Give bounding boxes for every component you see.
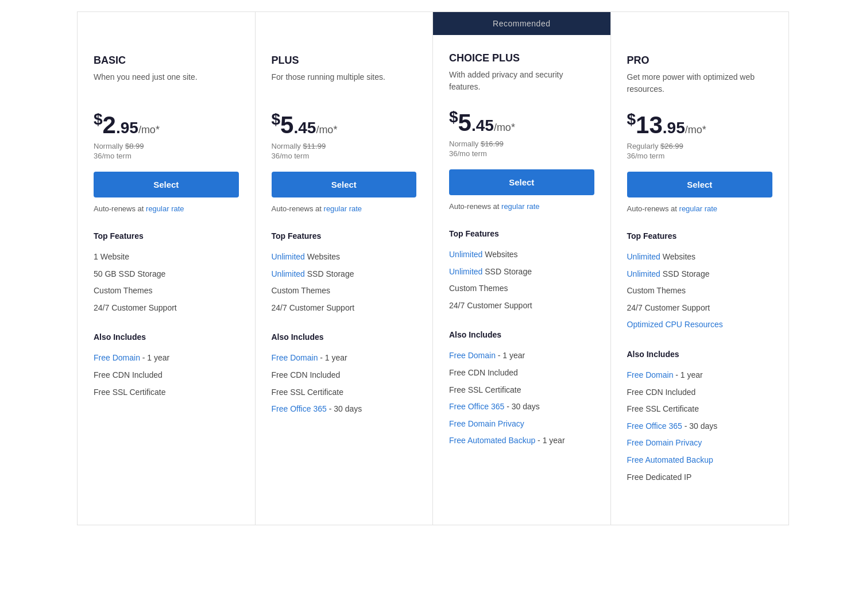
- also-includes-link[interactable]: Free Automated Backup: [627, 455, 713, 464]
- list-item: Free Automated Backup - 1 year: [449, 432, 594, 450]
- plan-term-choice-plus: 36/mo term: [449, 149, 594, 158]
- also-includes-link[interactable]: Free Domain: [94, 353, 140, 362]
- plan-col-pro: PROGet more power with optimized web res…: [611, 12, 789, 525]
- list-item: Free Domain - 1 year: [272, 350, 417, 367]
- plan-desc-pro: Get more power with optimized web resour…: [627, 71, 773, 100]
- top-features-list-pro: Unlimited WebsitesUnlimited SSD StorageC…: [627, 249, 773, 334]
- plan-name-pro: PRO: [627, 55, 773, 67]
- plan-desc-plus: For those running multiple sites.: [272, 71, 417, 100]
- select-button-pro[interactable]: Select: [627, 172, 773, 197]
- select-button-plus[interactable]: Select: [272, 172, 417, 197]
- list-item: Custom Themes: [94, 282, 239, 300]
- list-item: 50 GB SSD Storage: [94, 266, 239, 283]
- top-features-list-plus: Unlimited WebsitesUnlimited SSD StorageC…: [272, 249, 417, 316]
- regular-rate-link-plus[interactable]: regular rate: [324, 204, 362, 213]
- plan-term-pro: 36/mo term: [627, 152, 773, 160]
- feature-link[interactable]: Unlimited: [627, 252, 660, 261]
- top-features-title-plus: Top Features: [272, 231, 417, 241]
- also-includes-link[interactable]: Free Office 365: [627, 421, 682, 431]
- regular-rate-link-choice-plus[interactable]: regular rate: [501, 202, 539, 211]
- top-features-list-choice-plus: Unlimited WebsitesUnlimited SSD StorageC…: [449, 246, 594, 314]
- list-item: Free SSL Certificate: [94, 384, 239, 401]
- list-item: 24/7 Customer Support: [272, 300, 417, 317]
- list-item: Free Domain Privacy: [627, 435, 773, 452]
- list-item: Custom Themes: [272, 282, 417, 300]
- plan-name-basic: BASIC: [94, 55, 239, 67]
- also-includes-title-pro: Also Includes: [627, 350, 773, 359]
- feature-link[interactable]: Unlimited: [449, 267, 482, 276]
- plan-desc-basic: When you need just one site.: [94, 71, 239, 100]
- feature-link[interactable]: Unlimited: [272, 269, 305, 278]
- list-item: Custom Themes: [627, 282, 773, 300]
- plan-col-basic: BASICWhen you need just one site.$2.95/m…: [78, 12, 256, 525]
- list-item: Free Domain Privacy: [449, 416, 594, 433]
- regular-rate-link-pro[interactable]: regular rate: [679, 204, 717, 213]
- list-item: Free Office 365 - 30 days: [272, 401, 417, 418]
- auto-renew-pro: Auto-renews at regular rate: [627, 204, 773, 213]
- also-includes-list-basic: Free Domain - 1 yearFree CDN IncludedFre…: [94, 350, 239, 401]
- list-item: Unlimited Websites: [449, 246, 594, 264]
- plan-term-basic: 36/mo term: [94, 152, 239, 160]
- list-item: Free Office 365 - 30 days: [449, 398, 594, 416]
- select-button-choice-plus[interactable]: Select: [449, 169, 594, 195]
- list-item: 24/7 Customer Support: [94, 300, 239, 317]
- list-item: Free SSL Certificate: [449, 382, 594, 399]
- plan-desc-choice-plus: With added privacy and security features…: [449, 69, 594, 98]
- recommended-banner: Recommended: [433, 12, 610, 35]
- list-item: Free CDN Included: [449, 365, 594, 382]
- feature-link[interactable]: Unlimited: [272, 252, 305, 261]
- list-item: Unlimited SSD Storage: [627, 266, 773, 283]
- also-includes-link[interactable]: Free Domain: [627, 370, 674, 379]
- feature-link[interactable]: Unlimited: [449, 250, 482, 259]
- list-item: Free CDN Included: [272, 367, 417, 384]
- plan-term-plus: 36/mo term: [272, 152, 417, 160]
- list-item: Unlimited SSD Storage: [272, 266, 417, 283]
- auto-renew-basic: Auto-renews at regular rate: [94, 204, 239, 213]
- plan-price-basic: $2.95/mo*: [94, 111, 239, 137]
- plan-price-choice-plus: $5.45/mo*: [449, 109, 594, 135]
- feature-link[interactable]: Optimized CPU Resources: [627, 320, 723, 329]
- plan-normally-basic: Normally $8.99: [94, 142, 239, 150]
- top-features-title-pro: Top Features: [627, 231, 773, 241]
- auto-renew-plus: Auto-renews at regular rate: [272, 204, 417, 213]
- list-item: Custom Themes: [449, 280, 594, 297]
- plan-col-choice-plus: RecommendedCHOICE PLUSWith added privacy…: [433, 12, 611, 525]
- list-item: Free Domain - 1 year: [449, 347, 594, 365]
- top-features-title-basic: Top Features: [94, 231, 239, 241]
- plan-name-plus: PLUS: [272, 55, 417, 67]
- list-item: Free SSL Certificate: [272, 384, 417, 401]
- also-includes-list-pro: Free Domain - 1 yearFree CDN IncludedFre…: [627, 367, 773, 486]
- list-item: Free Domain - 1 year: [94, 350, 239, 367]
- plan-col-plus: PLUSFor those running multiple sites.$5.…: [256, 12, 434, 525]
- also-includes-link[interactable]: Free Office 365: [449, 402, 504, 411]
- list-item: Unlimited Websites: [272, 249, 417, 266]
- list-item: Free CDN Included: [94, 367, 239, 384]
- list-item: Free CDN Included: [627, 384, 773, 401]
- feature-link[interactable]: Unlimited: [627, 269, 660, 278]
- select-button-basic[interactable]: Select: [94, 172, 239, 197]
- also-includes-link[interactable]: Free Domain: [272, 353, 318, 362]
- pricing-wrapper: BASICWhen you need just one site.$2.95/m…: [65, 0, 801, 548]
- list-item: Unlimited Websites: [627, 249, 773, 266]
- top-features-list-basic: 1 Website50 GB SSD StorageCustom Themes2…: [94, 249, 239, 316]
- plans-grid: BASICWhen you need just one site.$2.95/m…: [77, 11, 789, 525]
- also-includes-link[interactable]: Free Office 365: [272, 404, 327, 413]
- plan-normally-pro: Regularly $26.99: [627, 142, 773, 150]
- list-item: 24/7 Customer Support: [627, 300, 773, 317]
- also-includes-link[interactable]: Free Domain Privacy: [627, 438, 702, 447]
- list-item: Optimized CPU Resources: [627, 316, 773, 334]
- also-includes-list-choice-plus: Free Domain - 1 yearFree CDN IncludedFre…: [449, 347, 594, 450]
- list-item: Free SSL Certificate: [627, 401, 773, 418]
- also-includes-list-plus: Free Domain - 1 yearFree CDN IncludedFre…: [272, 350, 417, 417]
- also-includes-title-basic: Also Includes: [94, 332, 239, 342]
- also-includes-link[interactable]: Free Domain Privacy: [449, 419, 524, 428]
- also-includes-link[interactable]: Free Domain: [449, 351, 496, 360]
- top-features-title-choice-plus: Top Features: [449, 229, 594, 238]
- list-item: 1 Website: [94, 249, 239, 266]
- also-includes-link[interactable]: Free Automated Backup: [449, 436, 535, 445]
- plan-price-pro: $13.95/mo*: [627, 111, 773, 137]
- regular-rate-link-basic[interactable]: regular rate: [146, 204, 184, 213]
- plan-name-choice-plus: CHOICE PLUS: [449, 52, 594, 64]
- plan-normally-choice-plus: Normally $16.99: [449, 140, 594, 148]
- also-includes-title-plus: Also Includes: [272, 332, 417, 342]
